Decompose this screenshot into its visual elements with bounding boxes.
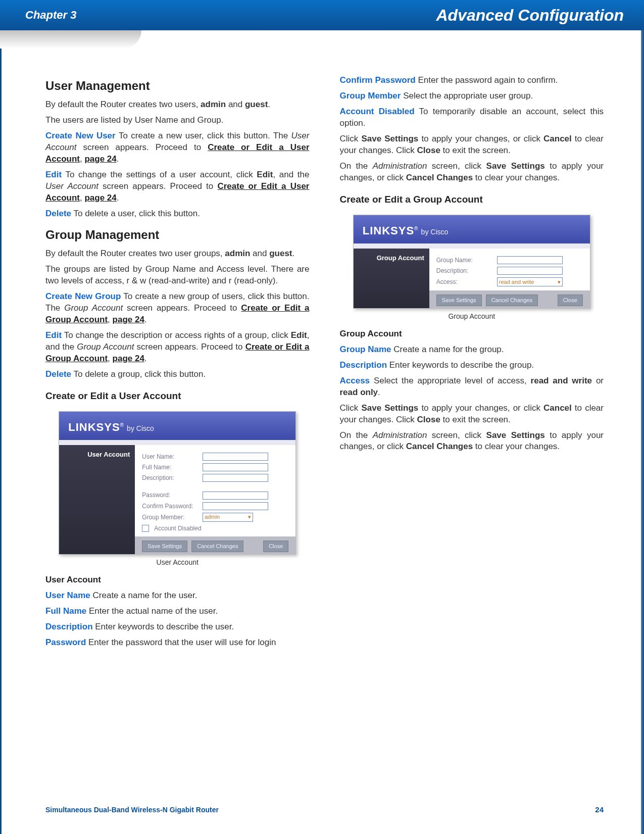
text: Enter the password that the user will us… bbox=[86, 637, 276, 647]
select-group[interactable]: admin▾ bbox=[203, 513, 253, 522]
text: Create a name for the group. bbox=[391, 345, 504, 354]
field-label: Delete bbox=[45, 209, 71, 218]
text: screen, click bbox=[427, 430, 486, 440]
field-label: Create New User bbox=[45, 131, 116, 140]
text: admin bbox=[201, 100, 226, 109]
text: To delete a user, click this button. bbox=[71, 209, 200, 218]
text: to apply your changes, or click bbox=[418, 134, 543, 143]
close-button[interactable]: Close bbox=[263, 541, 288, 552]
input-confirm[interactable] bbox=[203, 502, 268, 510]
gm-intro-1: By default the Router creates two user g… bbox=[45, 248, 310, 260]
text: Select the appropriate level of access, bbox=[370, 376, 531, 385]
page-title: Advanced Configuration bbox=[436, 6, 624, 25]
row-group: Group Member:admin▾ bbox=[142, 513, 288, 522]
text: Save Settings bbox=[486, 430, 545, 440]
input-groupname[interactable] bbox=[497, 256, 563, 264]
admin-instructions-2: On the Administration screen, click Save… bbox=[340, 430, 604, 453]
text: screen appears. Proceed to bbox=[134, 342, 245, 352]
input-password[interactable] bbox=[203, 492, 268, 500]
content: User Management By default the Router cr… bbox=[0, 30, 644, 652]
text: To delete a group, click this button. bbox=[71, 369, 206, 379]
um-intro-1: By default the Router creates two users,… bbox=[45, 99, 310, 111]
input-description[interactable] bbox=[203, 474, 268, 482]
input-username[interactable] bbox=[203, 453, 268, 461]
text: Enter the password again to confirm. bbox=[416, 75, 558, 85]
reg-mark: ® bbox=[414, 226, 418, 231]
gm-create-new-group: Create New Group To create a new group o… bbox=[45, 291, 310, 326]
text: Close bbox=[417, 415, 440, 424]
save-instructions-2: Click Save Settings to apply your change… bbox=[340, 403, 604, 426]
label: User Name: bbox=[142, 453, 197, 461]
footer-product: Simultaneous Dual-Band Wireless-N Gigabi… bbox=[45, 806, 219, 814]
subheading-group-account: Group Account bbox=[340, 328, 604, 340]
link-page-24[interactable]: page 24 bbox=[113, 315, 144, 324]
row-password: Password: bbox=[142, 491, 288, 499]
text: Cancel Changes bbox=[406, 441, 473, 451]
gm-edit: Edit To change the description or access… bbox=[45, 330, 310, 365]
caption-user-account: User Account bbox=[45, 558, 310, 567]
text: Administration bbox=[373, 430, 427, 440]
admin-instructions-1: On the Administration screen, click Save… bbox=[340, 161, 604, 184]
field-label: Full Name bbox=[45, 606, 86, 616]
text: Save Settings bbox=[486, 161, 545, 171]
brand-byline: by Cisco bbox=[127, 424, 154, 432]
label: Confirm Password: bbox=[142, 502, 197, 510]
text: screen appears. Proceed to bbox=[98, 181, 218, 191]
reg-mark: ® bbox=[120, 422, 124, 428]
input-description[interactable] bbox=[497, 267, 563, 275]
link-page-24[interactable]: page 24 bbox=[113, 354, 144, 363]
save-settings-button[interactable]: Save Settings bbox=[142, 541, 187, 552]
text: , bbox=[108, 315, 112, 324]
cancel-changes-button[interactable]: Cancel Changes bbox=[486, 295, 538, 306]
text: screen, click bbox=[427, 161, 486, 171]
heading-group-management: Group Management bbox=[45, 227, 310, 243]
subheading-user-account: User Account bbox=[45, 574, 310, 586]
chapter-label: Chapter 3 bbox=[25, 9, 76, 22]
screenshot-sidebar: Group Account bbox=[354, 249, 429, 308]
text: Enter keywords to describe the group. bbox=[387, 360, 534, 370]
text: Group Account bbox=[64, 303, 123, 313]
label: Full Name: bbox=[142, 463, 197, 471]
text: Cancel bbox=[543, 403, 572, 413]
select-access[interactable]: read and write▾ bbox=[497, 277, 563, 286]
text: Save Settings bbox=[361, 403, 418, 413]
text: Save Settings bbox=[361, 134, 418, 143]
text: to exit the screen. bbox=[440, 145, 511, 155]
text: screen appears. Proceed to bbox=[76, 142, 208, 152]
text: Click bbox=[340, 403, 362, 413]
field-label: Password bbox=[45, 637, 86, 647]
right-column: Confirm Password Enter the password agai… bbox=[340, 71, 604, 652]
text: To change the description or access righ… bbox=[62, 330, 291, 340]
text: Group Account bbox=[77, 342, 134, 352]
row-disabled: Account Disabled bbox=[142, 524, 288, 532]
checkbox-disabled[interactable] bbox=[142, 525, 149, 532]
text: , bbox=[108, 354, 112, 363]
row-groupname: Group Name: bbox=[436, 256, 583, 264]
save-settings-button[interactable]: Save Settings bbox=[436, 295, 482, 306]
text: On the bbox=[340, 161, 373, 171]
field-label: Confirm Password bbox=[340, 75, 416, 85]
row-description: Description: bbox=[436, 267, 583, 275]
button-row: Save Settings Cancel Changes Close bbox=[135, 536, 295, 554]
link-page-24[interactable]: page 24 bbox=[84, 154, 116, 164]
select-value: admin bbox=[205, 513, 220, 521]
screenshot-main: User Name: Full Name: Description: Passw… bbox=[135, 445, 295, 554]
close-button[interactable]: Close bbox=[558, 295, 583, 306]
text: read only bbox=[340, 387, 378, 397]
field-label: Edit bbox=[45, 330, 62, 340]
screenshot-header: LINKSYS® by Cisco bbox=[59, 412, 295, 440]
screenshot-body: User Account User Name: Full Name: Descr… bbox=[59, 445, 295, 554]
text: Enter keywords to describe the user. bbox=[93, 622, 234, 631]
link-page-24[interactable]: page 24 bbox=[84, 193, 116, 203]
text: to exit the screen. bbox=[440, 415, 511, 424]
footer-page-number: 24 bbox=[595, 805, 604, 814]
input-fullname[interactable] bbox=[203, 463, 268, 471]
text: Create a name for the user. bbox=[90, 591, 197, 600]
text: To create a new user, click this button.… bbox=[116, 131, 291, 140]
chevron-down-icon: ▾ bbox=[248, 513, 251, 521]
gm-intro-2: The groups are listed by Group Name and … bbox=[45, 264, 310, 287]
text: Click bbox=[340, 134, 362, 143]
cancel-changes-button[interactable]: Cancel Changes bbox=[191, 541, 243, 552]
field-label: Access bbox=[340, 376, 370, 385]
label: Group Member: bbox=[142, 513, 197, 521]
